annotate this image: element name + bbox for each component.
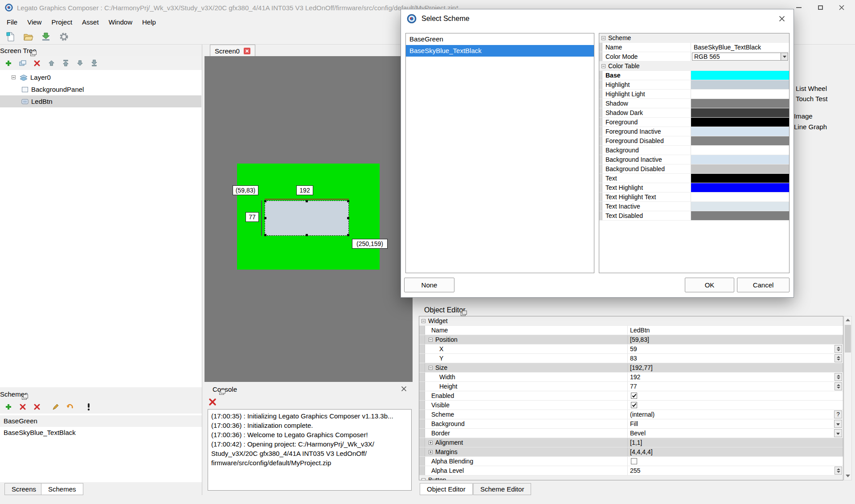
scheme-list-item-basegreen[interactable]: BaseGreen: [0, 415, 202, 427]
spinner-control[interactable]: [835, 382, 842, 390]
property-row-background[interactable]: Background Fill: [419, 419, 843, 429]
console-close-button[interactable]: [401, 385, 407, 392]
group-row-position[interactable]: Position [59,83]: [419, 335, 843, 344]
spinner-up-icon[interactable]: [837, 384, 840, 386]
resize-handle-s[interactable]: [306, 234, 308, 236]
spinner-control[interactable]: [835, 345, 842, 353]
scheme-list-item-baseskyblue[interactable]: BaseSkyBlue_TextBlack: [0, 427, 202, 438]
close-button[interactable]: [831, 0, 852, 15]
open-project-button[interactable]: [22, 31, 34, 43]
spinner-down-icon[interactable]: [837, 377, 840, 379]
checkbox-unchecked[interactable]: [631, 458, 637, 464]
property-row-alpha-blending[interactable]: Alpha Blending: [419, 457, 843, 466]
collapse-expander-icon[interactable]: [429, 338, 433, 342]
checkbox-checked[interactable]: [631, 393, 637, 399]
resize-handle-ne[interactable]: [347, 200, 349, 202]
collapse-expander-icon[interactable]: [601, 64, 605, 68]
menu-item-project[interactable]: Project: [46, 15, 77, 29]
scrollbar-down-button[interactable]: [844, 472, 851, 480]
object-editor-scrollbar[interactable]: [844, 316, 852, 480]
color-row-background-disabled[interactable]: Background Disabled: [599, 164, 789, 174]
scheme-option-baseskyblue-selected[interactable]: BaseSkyBlue_TextBlack: [406, 45, 594, 57]
color-swatch[interactable]: [691, 136, 789, 145]
color-swatch[interactable]: [691, 211, 789, 220]
section-row-widget[interactable]: Widget: [419, 316, 843, 326]
color-row-text[interactable]: Text: [599, 174, 789, 183]
collapse-expander-icon[interactable]: [421, 478, 425, 481]
spinner-control[interactable]: [835, 373, 842, 381]
tab-object-editor[interactable]: Object Editor: [420, 483, 473, 495]
spinner-control[interactable]: [835, 354, 842, 362]
design-canvas[interactable]: (59,83) 192 77 (250,159): [205, 56, 413, 382]
property-row-visible[interactable]: Visible: [419, 401, 843, 410]
resize-handle-w[interactable]: [264, 217, 266, 219]
property-row-x[interactable]: X 59: [419, 344, 843, 354]
manage-layers-button[interactable]: [18, 58, 28, 68]
spinner-down-icon[interactable]: [837, 349, 840, 351]
tab-scheme-editor[interactable]: Scheme Editor: [473, 483, 531, 495]
scrollbar-up-button[interactable]: [844, 316, 851, 324]
expand-expander-icon[interactable]: [429, 441, 433, 445]
dropdown-arrow-icon[interactable]: [781, 53, 788, 60]
property-row-y[interactable]: Y 83: [419, 354, 843, 363]
property-row-width[interactable]: Width 192: [419, 373, 843, 382]
property-row-scheme[interactable]: Scheme (internal) ?: [419, 410, 843, 419]
section-row-scheme[interactable]: Scheme: [599, 33, 789, 43]
menu-item-asset[interactable]: Asset: [77, 15, 104, 29]
move-to-top-button[interactable]: [61, 58, 70, 68]
property-row-color-mode[interactable]: Color Mode RGB 565: [599, 52, 789, 61]
spinner-up-icon[interactable]: [837, 468, 840, 470]
color-row-shadow-dark[interactable]: Shadow Dark: [599, 108, 789, 118]
property-row-height[interactable]: Height 77: [419, 382, 843, 391]
menu-item-file[interactable]: File: [2, 15, 22, 29]
spinner-down-icon[interactable]: [837, 471, 840, 473]
add-scheme-button[interactable]: [4, 402, 13, 412]
move-up-button[interactable]: [46, 58, 56, 68]
scheme-option-basegreen[interactable]: BaseGreen: [406, 33, 594, 45]
none-button[interactable]: None: [404, 278, 454, 292]
color-swatch[interactable]: [691, 164, 789, 173]
resize-handle-e[interactable]: [347, 217, 349, 219]
cancel-button[interactable]: Cancel: [737, 278, 790, 292]
dialog-close-button[interactable]: [778, 15, 785, 22]
schemes-float-icon[interactable]: [22, 394, 28, 400]
color-row-text-highlight[interactable]: Text Highlight: [599, 183, 789, 193]
spinner-down-icon[interactable]: [837, 387, 840, 389]
property-row-enabled[interactable]: Enabled: [419, 391, 843, 401]
checkbox-checked[interactable]: [631, 402, 637, 408]
add-widget-button[interactable]: [4, 58, 13, 68]
property-row-scheme-name[interactable]: Name BaseSkyBlue_TextBlack: [599, 43, 789, 52]
tree-item-layer0[interactable]: Layer0: [0, 71, 201, 83]
color-row-background-inactive[interactable]: Background Inactive: [599, 155, 789, 164]
group-row-size[interactable]: Size [192,77]: [419, 363, 843, 373]
dropdown-arrow-button[interactable]: [834, 420, 842, 428]
color-row-text-highlight-text[interactable]: Text Highlight Text: [599, 193, 789, 202]
console-float-icon[interactable]: [219, 389, 225, 395]
delete-all-schemes-button[interactable]: [32, 402, 42, 412]
collapse-expander-icon[interactable]: [601, 36, 605, 40]
maximize-button[interactable]: [810, 0, 831, 15]
object-editor-float-icon[interactable]: [461, 311, 467, 316]
color-row-background[interactable]: Background: [599, 146, 789, 155]
color-swatch[interactable]: [691, 90, 789, 98]
dropdown-arrow-button[interactable]: [834, 429, 842, 437]
color-row-shadow[interactable]: Shadow: [599, 99, 789, 108]
spinner-up-icon[interactable]: [837, 356, 840, 358]
move-to-bottom-button[interactable]: [89, 58, 99, 68]
color-row-text-inactive[interactable]: Text Inactive: [599, 202, 789, 211]
color-row-highlight-light[interactable]: Highlight Light: [599, 90, 789, 99]
color-swatch[interactable]: [691, 127, 789, 136]
resize-handle-nw[interactable]: [264, 200, 266, 202]
color-row-text-disabled[interactable]: Text Disabled: [599, 211, 789, 221]
color-row-highlight[interactable]: Highlight: [599, 80, 789, 90]
ledbtn-widget-selected[interactable]: [265, 201, 349, 236]
spinner-down-icon[interactable]: [837, 359, 840, 361]
tree-item-ledbtn[interactable]: LedBtn: [0, 95, 201, 107]
toolbox-item-list-wheel[interactable]: List Wheel: [796, 85, 827, 92]
save-project-button[interactable]: [40, 31, 52, 43]
color-row-base[interactable]: Base: [599, 71, 789, 80]
color-swatch[interactable]: [691, 174, 789, 183]
spinner-control[interactable]: [835, 467, 842, 475]
tree-item-backgroundpanel[interactable]: BackgroundPanel: [0, 83, 201, 95]
scheme-help-button[interactable]: ?: [834, 410, 842, 418]
